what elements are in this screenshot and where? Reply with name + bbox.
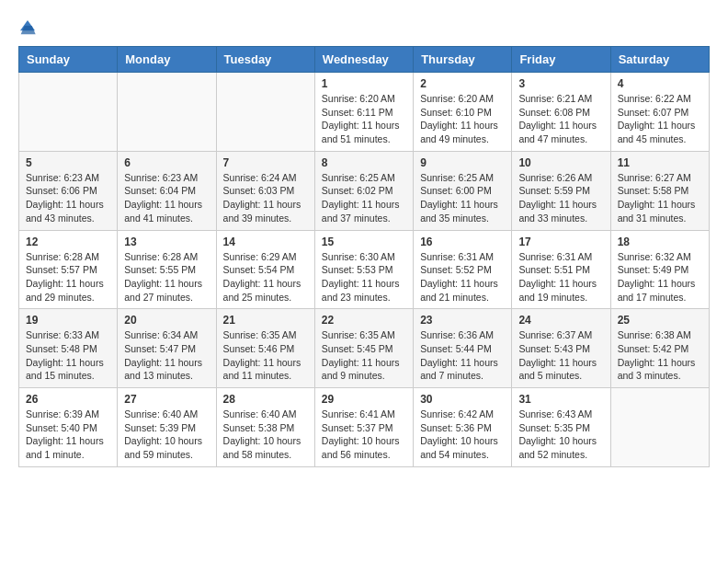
day-number: 12 — [26, 236, 110, 248]
logo — [18, 18, 39, 37]
calendar-day-cell: 28Sunrise: 6:40 AM Sunset: 5:38 PM Dayli… — [216, 388, 314, 467]
calendar-day-cell: 29Sunrise: 6:41 AM Sunset: 5:37 PM Dayli… — [314, 388, 413, 467]
day-number: 6 — [124, 156, 209, 169]
day-of-week-header: Sunday — [19, 47, 118, 73]
calendar-day-cell: 6Sunrise: 6:23 AM Sunset: 6:04 PM Daylig… — [118, 151, 216, 230]
day-info: Sunrise: 6:20 AM Sunset: 6:10 PM Dayligh… — [420, 92, 505, 146]
day-number: 19 — [26, 314, 110, 327]
day-info: Sunrise: 6:21 AM Sunset: 6:08 PM Dayligh… — [518, 92, 603, 146]
day-number: 3 — [518, 77, 603, 90]
day-info: Sunrise: 6:23 AM Sunset: 6:04 PM Dayligh… — [124, 171, 209, 225]
day-info: Sunrise: 6:28 AM Sunset: 5:57 PM Dayligh… — [26, 250, 110, 304]
day-number: 18 — [618, 236, 702, 248]
day-info: Sunrise: 6:42 AM Sunset: 5:36 PM Dayligh… — [420, 408, 505, 462]
day-info: Sunrise: 6:25 AM Sunset: 6:00 PM Dayligh… — [420, 171, 505, 225]
calendar-day-cell: 23Sunrise: 6:36 AM Sunset: 5:44 PM Dayli… — [414, 309, 512, 388]
day-of-week-header: Wednesday — [314, 47, 413, 73]
calendar-day-cell: 5Sunrise: 6:23 AM Sunset: 6:06 PM Daylig… — [19, 151, 118, 230]
day-info: Sunrise: 6:20 AM Sunset: 6:11 PM Dayligh… — [322, 92, 406, 146]
day-number: 24 — [518, 314, 603, 327]
calendar-week-row: 26Sunrise: 6:39 AM Sunset: 5:40 PM Dayli… — [19, 388, 710, 467]
day-info: Sunrise: 6:34 AM Sunset: 5:47 PM Dayligh… — [124, 328, 209, 383]
day-number: 23 — [420, 314, 505, 327]
calendar-header-row: SundayMondayTuesdayWednesdayThursdayFrid… — [19, 47, 710, 73]
calendar-day-cell: 4Sunrise: 6:22 AM Sunset: 6:07 PM Daylig… — [610, 73, 709, 152]
day-number: 21 — [223, 314, 308, 327]
logo-icon — [18, 18, 37, 37]
day-info: Sunrise: 6:40 AM Sunset: 5:39 PM Dayligh… — [124, 408, 209, 462]
calendar-day-cell: 14Sunrise: 6:29 AM Sunset: 5:54 PM Dayli… — [216, 230, 314, 309]
day-info: Sunrise: 6:29 AM Sunset: 5:54 PM Dayligh… — [223, 250, 308, 304]
day-info: Sunrise: 6:40 AM Sunset: 5:38 PM Dayligh… — [223, 408, 308, 462]
day-number: 29 — [322, 393, 406, 406]
day-number: 27 — [124, 393, 209, 406]
day-number: 25 — [618, 314, 702, 327]
day-info: Sunrise: 6:43 AM Sunset: 5:35 PM Dayligh… — [518, 408, 603, 462]
calendar-week-row: 5Sunrise: 6:23 AM Sunset: 6:06 PM Daylig… — [19, 151, 710, 230]
calendar-week-row: 1Sunrise: 6:20 AM Sunset: 6:11 PM Daylig… — [19, 73, 710, 152]
calendar-day-cell: 20Sunrise: 6:34 AM Sunset: 5:47 PM Dayli… — [118, 309, 216, 388]
day-of-week-header: Monday — [118, 47, 216, 73]
calendar-day-cell: 22Sunrise: 6:35 AM Sunset: 5:45 PM Dayli… — [314, 309, 413, 388]
calendar-day-cell: 12Sunrise: 6:28 AM Sunset: 5:57 PM Dayli… — [19, 230, 118, 309]
day-info: Sunrise: 6:38 AM Sunset: 5:42 PM Dayligh… — [618, 328, 702, 383]
calendar-day-cell: 27Sunrise: 6:40 AM Sunset: 5:39 PM Dayli… — [118, 388, 216, 467]
day-info: Sunrise: 6:35 AM Sunset: 5:45 PM Dayligh… — [322, 328, 406, 383]
calendar-week-row: 19Sunrise: 6:33 AM Sunset: 5:48 PM Dayli… — [19, 309, 710, 388]
day-number: 11 — [618, 156, 702, 169]
day-number: 9 — [420, 156, 505, 169]
day-number: 2 — [420, 77, 505, 90]
day-number: 8 — [322, 156, 406, 169]
page-header — [18, 18, 710, 37]
calendar-day-cell: 18Sunrise: 6:32 AM Sunset: 5:49 PM Dayli… — [610, 230, 709, 309]
calendar-day-cell: 2Sunrise: 6:20 AM Sunset: 6:10 PM Daylig… — [414, 73, 512, 152]
day-number: 26 — [26, 393, 110, 406]
calendar-week-row: 12Sunrise: 6:28 AM Sunset: 5:57 PM Dayli… — [19, 230, 710, 309]
calendar-day-cell: 25Sunrise: 6:38 AM Sunset: 5:42 PM Dayli… — [610, 309, 709, 388]
day-info: Sunrise: 6:24 AM Sunset: 6:03 PM Dayligh… — [223, 171, 308, 225]
day-of-week-header: Saturday — [610, 47, 709, 73]
calendar-day-cell: 19Sunrise: 6:33 AM Sunset: 5:48 PM Dayli… — [19, 309, 118, 388]
calendar-day-cell: 9Sunrise: 6:25 AM Sunset: 6:00 PM Daylig… — [414, 151, 512, 230]
day-info: Sunrise: 6:31 AM Sunset: 5:52 PM Dayligh… — [420, 250, 505, 304]
calendar-day-cell: 3Sunrise: 6:21 AM Sunset: 6:08 PM Daylig… — [512, 73, 610, 152]
calendar: SundayMondayTuesdayWednesdayThursdayFrid… — [18, 46, 710, 467]
day-number: 17 — [518, 236, 603, 248]
day-number: 31 — [518, 393, 603, 406]
day-number: 22 — [322, 314, 406, 327]
day-number: 28 — [223, 393, 308, 406]
day-number: 30 — [420, 393, 505, 406]
calendar-day-cell: 1Sunrise: 6:20 AM Sunset: 6:11 PM Daylig… — [314, 73, 413, 152]
calendar-day-cell: 21Sunrise: 6:35 AM Sunset: 5:46 PM Dayli… — [216, 309, 314, 388]
day-info: Sunrise: 6:32 AM Sunset: 5:49 PM Dayligh… — [618, 250, 702, 304]
day-number: 16 — [420, 236, 505, 248]
day-number: 15 — [322, 236, 406, 248]
day-info: Sunrise: 6:25 AM Sunset: 6:02 PM Dayligh… — [322, 171, 406, 225]
day-number: 1 — [322, 77, 406, 90]
day-of-week-header: Thursday — [414, 47, 512, 73]
calendar-day-cell: 7Sunrise: 6:24 AM Sunset: 6:03 PM Daylig… — [216, 151, 314, 230]
day-info: Sunrise: 6:31 AM Sunset: 5:51 PM Dayligh… — [518, 250, 603, 304]
day-info: Sunrise: 6:26 AM Sunset: 5:59 PM Dayligh… — [518, 171, 603, 225]
day-number: 20 — [124, 314, 209, 327]
day-info: Sunrise: 6:30 AM Sunset: 5:53 PM Dayligh… — [322, 250, 406, 304]
day-info: Sunrise: 6:33 AM Sunset: 5:48 PM Dayligh… — [26, 328, 110, 383]
day-info: Sunrise: 6:23 AM Sunset: 6:06 PM Dayligh… — [26, 171, 110, 225]
calendar-day-cell — [118, 73, 216, 152]
day-of-week-header: Tuesday — [216, 47, 314, 73]
calendar-day-cell — [610, 388, 709, 467]
calendar-day-cell: 26Sunrise: 6:39 AM Sunset: 5:40 PM Dayli… — [19, 388, 118, 467]
calendar-day-cell: 15Sunrise: 6:30 AM Sunset: 5:53 PM Dayli… — [314, 230, 413, 309]
day-info: Sunrise: 6:37 AM Sunset: 5:43 PM Dayligh… — [518, 328, 603, 383]
calendar-day-cell: 31Sunrise: 6:43 AM Sunset: 5:35 PM Dayli… — [512, 388, 610, 467]
calendar-day-cell: 11Sunrise: 6:27 AM Sunset: 5:58 PM Dayli… — [610, 151, 709, 230]
calendar-day-cell: 13Sunrise: 6:28 AM Sunset: 5:55 PM Dayli… — [118, 230, 216, 309]
calendar-day-cell: 10Sunrise: 6:26 AM Sunset: 5:59 PM Dayli… — [512, 151, 610, 230]
day-info: Sunrise: 6:28 AM Sunset: 5:55 PM Dayligh… — [124, 250, 209, 304]
calendar-day-cell: 8Sunrise: 6:25 AM Sunset: 6:02 PM Daylig… — [314, 151, 413, 230]
day-number: 13 — [124, 236, 209, 248]
calendar-day-cell — [216, 73, 314, 152]
day-info: Sunrise: 6:22 AM Sunset: 6:07 PM Dayligh… — [618, 92, 702, 146]
calendar-day-cell: 17Sunrise: 6:31 AM Sunset: 5:51 PM Dayli… — [512, 230, 610, 309]
day-number: 4 — [618, 77, 702, 90]
